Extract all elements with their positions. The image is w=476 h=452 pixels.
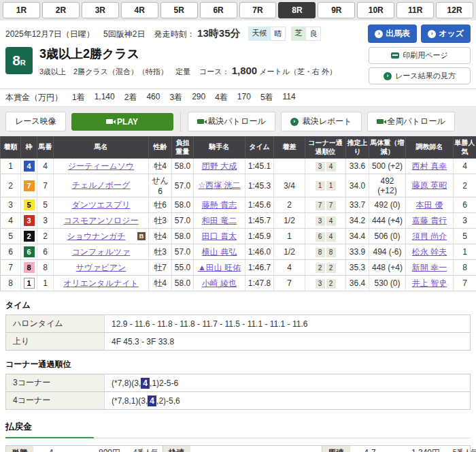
time-section-title: タイム [5,300,471,311]
going-badge: 芝 良 [291,27,321,41]
horse-name-link[interactable]: ショウナンガチ [67,231,126,241]
trainer-link[interactable]: 本田 優 [416,200,443,210]
win-favorite: 3 [454,213,476,229]
trainer-link[interactable]: 松永 幹夫 [412,247,447,257]
prize-2nd: 2着460 [124,92,160,103]
quinella-amount: 1,340円 [390,446,443,452]
tab-race-6[interactable]: 6R [200,2,237,18]
tab-race-11[interactable]: 11R [396,2,434,18]
corner3-label: 3コーナー [6,374,105,392]
arrow-circle-icon: › [384,72,392,80]
jockey-link[interactable]: 小崎 綾也 [202,278,237,288]
payout-row-quinella: 馬連 4-7 1,340円 5番人気 [322,446,476,452]
tab-race-10[interactable]: 10R [357,2,394,18]
tab-race-2[interactable]: 2R [42,2,80,18]
play-button[interactable]: PLAY [71,113,173,131]
trainer-link[interactable]: 嘉藤 貴行 [412,216,447,225]
stewards-patrol-button[interactable]: 裁決パトロール [188,112,275,131]
weight-carried: 57.0 [172,244,194,260]
last-3f-time: 34.2 [346,213,369,229]
results-guide-label: レース結果の見方 [395,71,456,81]
course-distance: 1,800 [232,65,258,76]
col-win-favorite: 単勝人気 [454,137,476,159]
stewards-report-label: 裁決レポート [303,116,352,127]
payout-row-win: 単勝 4 800円 4番人気 [6,446,163,452]
tab-race-1[interactable]: 1R [3,2,40,18]
trainer-link[interactable]: 藤原 英昭 [412,180,447,190]
col-last-3f: 推定上り [346,137,369,159]
frame-badge: 3 [24,215,35,226]
tab-race-9[interactable]: 9R [318,2,355,18]
jockey-link[interactable]: ▲田山 旺佑 [198,263,241,272]
jockey-link[interactable]: 団野 大成 [202,161,237,171]
horse-name-link[interactable]: ジーティームソウ [68,161,135,171]
corner-position: 1 [326,181,336,191]
print-page-button[interactable]: 印刷用ページ [369,47,471,64]
tab-race-7[interactable]: 7R [239,2,277,18]
payout-section: 払戻金 単勝 4 800円 4番人気 複勝 4 200円 3番人気 7 160円… [5,421,471,452]
trainer-link[interactable]: 井上 智史 [412,278,447,288]
race-info-row: 2025年12月7日（日曜） 5回阪神2日 発走時刻： 13時35分 天候 晴 … [0,20,476,44]
printer-icon [391,52,399,59]
horse-weight: 448 (+4) [369,260,406,276]
jockey-link[interactable]: 藤懸 貴志 [202,200,237,210]
horse-name-link[interactable]: オリエンタルナイト [63,278,139,288]
horse-name-link[interactable]: コンフォルツァ [72,247,131,257]
tab-race-5[interactable]: 5R [160,2,198,18]
race-video-button[interactable]: レース映像 [5,112,66,131]
finish-position: 3 [1,197,21,213]
corner-position: 2 [326,263,336,273]
horse-name-link[interactable]: チェルノボーグ [72,180,131,190]
race-time: 1:45.6 [245,197,274,213]
win-favorite: 8 [454,260,476,276]
video-button-row: レース映像 PLAY 裁決パトロール › 裁決レポート 全周パトロール [0,107,476,136]
weight-carried: 58.0 [172,197,194,213]
sex-age: 牡4 [149,159,172,174]
results-guide-button[interactable]: › レース結果の見方 [369,67,471,84]
entries-button[interactable]: › 出馬表 [368,25,417,43]
horse-weight: 500 (+2) [369,159,406,174]
trainer-link[interactable]: 西村 真幸 [412,161,447,171]
weight-carried: 58.0 [172,159,194,174]
win-favorite: 5 [454,229,476,244]
race-video-label: レース映像 [15,116,56,127]
corner-position: 3 [316,162,325,172]
divider [180,112,181,131]
table-row: 3 5 5 ダンツエスプリ 牡6 58.0 藤懸 貴志 1:45.6 2 77 … [1,197,476,213]
all-round-patrol-button[interactable]: 全周パトロール [367,112,455,131]
stewards-report-button[interactable]: › 裁決レポート [281,112,362,131]
payout-bracket-wide-table: 枠連 ワイド 4-7 410円 5番人気 4-5 1,440円 14番人気 5-… [163,446,321,452]
payout-win-place-table: 単勝 4 800円 4番人気 複勝 4 200円 3番人気 7 160円 2番人… [6,446,163,452]
table-row: 2 7 7 チェルノボーグ せん6 57.0 ☆西塚 洸二 1:45.3 3/4… [1,174,476,197]
prize-4th: 4着170 [215,92,251,103]
odds-button[interactable]: › オッズ [421,25,471,43]
win-amount: 800円 [69,446,123,452]
tab-race-3[interactable]: 3R [82,2,119,18]
race-time: 1:45.3 [245,174,274,197]
horse-name-link[interactable]: ダンツエスプリ [72,200,131,210]
finish-position: 8 [1,276,21,291]
tab-race-4[interactable]: 4R [121,2,158,18]
corner-position: 4 [326,232,336,242]
finish-position: 4 [1,213,21,229]
jockey-link[interactable]: 田口 貫太 [202,231,237,241]
prize-1st: 1着1,140 [72,92,115,103]
trainer-link[interactable]: 新開 幸一 [412,263,447,272]
payout-tables: 単勝 4 800円 4番人気 複勝 4 200円 3番人気 7 160円 2番人… [5,445,471,452]
course-detail: メートル（芝・右 外） [259,67,337,76]
jockey-link[interactable]: ☆西塚 洸二 [198,180,240,190]
jockey-link[interactable]: 和田 竜二 [202,216,237,225]
horse-name-link[interactable]: サヴァビアン [76,263,126,272]
col-corner-order: コーナー通過順位 [305,137,346,159]
trainer-link[interactable]: 須貝 尚介 [412,231,447,241]
margin: 3/4 [274,174,305,197]
weather-value: 晴 [270,27,286,41]
horse-number: 2 [37,229,54,244]
table-row: 8 1 1 オリエンタルナイト 牡4 58.0 小崎 綾也 1:47.8 7 3… [1,276,476,291]
jockey-link[interactable]: 横山 典弘 [202,247,237,257]
prize-3rd: 3着290 [169,92,205,103]
horse-name-link[interactable]: コスモアンソロジー [63,216,138,225]
race-time: 1:46.0 [245,244,274,260]
tab-race-12[interactable]: 12R [436,2,473,18]
tab-race-8-active[interactable]: 8R [278,2,316,18]
